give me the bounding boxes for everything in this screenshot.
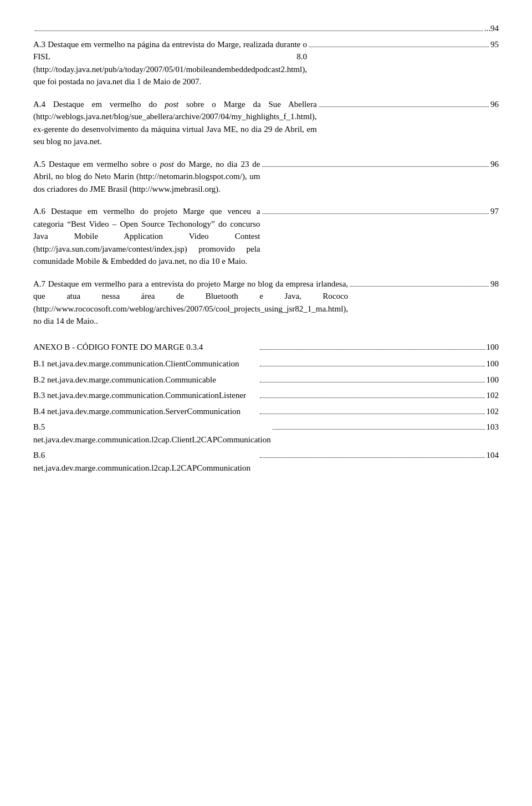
a7-label: A.7 bbox=[33, 279, 45, 288]
entry-b1: B.1 net.java.dev.marge.communication.Cli… bbox=[33, 358, 499, 370]
a7-dots bbox=[350, 286, 489, 287]
b2-label: B.2 bbox=[33, 375, 45, 384]
b6-text: B.6 net.java.dev.marge.communication.l2c… bbox=[33, 449, 258, 474]
b3-body: net.java.dev.marge.communication.Communi… bbox=[47, 391, 246, 400]
a4-text: A.4 Destaque em vermelho do post sobre o… bbox=[33, 98, 317, 148]
a7-page: 98 bbox=[490, 278, 499, 290]
b5-body: net.java.dev.marge.communication.l2cap.C… bbox=[33, 435, 271, 444]
entry-a5: A.5 Destaque em vermelho sobre o post do… bbox=[33, 158, 499, 196]
b3-page: 102 bbox=[487, 389, 499, 402]
entry-b6: B.6 net.java.dev.marge.communication.l2c… bbox=[33, 449, 499, 474]
b2-dots bbox=[260, 382, 485, 382]
a4-body: Destaque em vermelho do post sobre o Mar… bbox=[33, 100, 317, 146]
b3-label: B.3 bbox=[33, 391, 45, 400]
top-dots-row: ...94 bbox=[33, 22, 499, 35]
a4-row: A.4 Destaque em vermelho do post sobre o… bbox=[33, 98, 499, 148]
b3-text: B.3 net.java.dev.marge.communication.Com… bbox=[33, 389, 258, 402]
a3-page: 95 bbox=[490, 38, 499, 51]
a3-label: A.3 bbox=[33, 40, 45, 49]
annexb-heading-page: 100 bbox=[487, 341, 499, 354]
b4-body: net.java.dev.marge.communication.ServerC… bbox=[47, 407, 241, 416]
a5-body: Destaque em vermelho sobre o post do Mar… bbox=[33, 160, 260, 193]
a5-italic: post bbox=[160, 160, 174, 169]
a7-text: A.7 Destaque em vermelho para a entrevis… bbox=[33, 278, 348, 328]
top-page: ...94 bbox=[484, 22, 499, 35]
a5-page: 96 bbox=[490, 158, 499, 171]
a6-label: A.6 bbox=[33, 207, 45, 216]
b6-dots bbox=[260, 457, 485, 458]
a6-dots bbox=[262, 213, 489, 214]
a5-label: A.5 bbox=[33, 160, 45, 169]
a3-row: A.3 Destaque em vermelho na página da en… bbox=[33, 38, 499, 88]
b6-page: 104 bbox=[487, 449, 499, 462]
b3-dots bbox=[260, 397, 485, 398]
b1-label: B.1 bbox=[33, 359, 45, 368]
annexb-heading-dots bbox=[260, 349, 485, 350]
entry-b5: B.5 net.java.dev.marge.communication.l2c… bbox=[33, 421, 499, 446]
entry-a4: A.4 Destaque em vermelho do post sobre o… bbox=[33, 98, 499, 148]
annexb-heading-text: ANEXO B - CÓDIGO FONTE DO MARGE 0.3.4 bbox=[33, 341, 258, 354]
a4-dots bbox=[319, 106, 489, 107]
entry-b2: B.2 net.java.dev.marge.communication.Com… bbox=[33, 374, 499, 386]
b1-body: net.java.dev.marge.communication.ClientC… bbox=[47, 359, 239, 368]
a4-label: A.4 bbox=[33, 100, 45, 109]
entry-b4: B.4 net.java.dev.marge.communication.Ser… bbox=[33, 405, 499, 418]
entry-a3: A.3 Destaque em vermelho na página da en… bbox=[33, 38, 499, 88]
b6-label: B.6 bbox=[33, 451, 45, 460]
b2-body: net.java.dev.marge.communication.Communi… bbox=[47, 375, 216, 384]
page-content: ...94 A.3 Destaque em vermelho na página… bbox=[33, 22, 499, 474]
b5-text: B.5 net.java.dev.marge.communication.l2c… bbox=[33, 421, 271, 446]
b2-text: B.2 net.java.dev.marge.communication.Com… bbox=[33, 374, 258, 386]
a7-row: A.7 Destaque em vermelho para a entrevis… bbox=[33, 278, 499, 328]
a7-body: Destaque em vermelho para a entrevista d… bbox=[33, 279, 348, 326]
b1-page: 100 bbox=[487, 358, 499, 370]
a6-page: 97 bbox=[490, 205, 499, 218]
b5-dots bbox=[273, 429, 485, 430]
a6-text: A.6 Destaque em vermelho do projeto Marg… bbox=[33, 205, 260, 268]
a3-dots bbox=[309, 47, 489, 47]
b4-text: B.4 net.java.dev.marge.communication.Ser… bbox=[33, 405, 258, 418]
b1-text: B.1 net.java.dev.marge.communication.Cli… bbox=[33, 358, 258, 370]
b4-dots bbox=[260, 414, 485, 414]
a6-row: A.6 Destaque em vermelho do projeto Marg… bbox=[33, 205, 499, 268]
a4-page: 96 bbox=[490, 98, 499, 111]
entry-a6: A.6 Destaque em vermelho do projeto Marg… bbox=[33, 205, 499, 268]
top-dots bbox=[35, 30, 483, 31]
b5-label: B.5 bbox=[33, 422, 45, 431]
b4-label: B.4 bbox=[33, 407, 45, 416]
b1-dots bbox=[260, 366, 485, 366]
b6-body: net.java.dev.marge.communication.l2cap.L… bbox=[33, 463, 250, 472]
a5-text: A.5 Destaque em vermelho sobre o post do… bbox=[33, 158, 260, 196]
annexb-heading-label: ANEXO B - CÓDIGO FONTE DO MARGE 0.3.4 bbox=[33, 343, 203, 351]
b2-page: 100 bbox=[487, 374, 499, 386]
a4-italic: post bbox=[165, 100, 178, 109]
entry-a7: A.7 Destaque em vermelho para a entrevis… bbox=[33, 278, 499, 328]
a3-body: Destaque em vermelho na página da entrev… bbox=[33, 40, 307, 86]
b4-page: 102 bbox=[487, 405, 499, 418]
a3-text: A.3 Destaque em vermelho na página da en… bbox=[33, 38, 307, 88]
b5-page: 103 bbox=[487, 421, 499, 433]
a5-row: A.5 Destaque em vermelho sobre o post do… bbox=[33, 158, 499, 196]
a5-dots bbox=[262, 166, 489, 167]
entry-b3: B.3 net.java.dev.marge.communication.Com… bbox=[33, 389, 499, 402]
annexb-heading-row: ANEXO B - CÓDIGO FONTE DO MARGE 0.3.4 10… bbox=[33, 341, 499, 354]
a6-body: Destaque em vermelho do projeto Marge qu… bbox=[33, 207, 260, 266]
